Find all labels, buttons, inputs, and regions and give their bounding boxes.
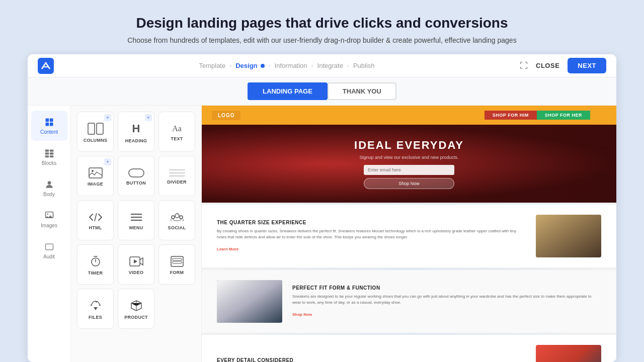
sidebar-icons: Content Blocks (28, 106, 71, 362)
lp-hero-section: IDEAL EVERYDAY Signup and view our exclu… (202, 125, 616, 203)
expand-icon[interactable]: ⛶ (520, 61, 528, 70)
lp-hero-title: IDEAL EVERYDAY (354, 139, 464, 152)
lp-section-1-body: By creating shoes in quarter sizes, Snea… (217, 228, 526, 240)
step-arrow-1: › (229, 62, 231, 69)
form-label: FORM (170, 270, 184, 275)
app-logo (38, 58, 54, 74)
step-design[interactable]: Design (235, 62, 264, 69)
product-label: PRODUCT (124, 315, 148, 320)
lp-section-2-image (217, 280, 282, 323)
step-arrow-4: › (347, 62, 349, 69)
lp-section-1: THE QUARTER SIZE EXPERIENCE By creating … (202, 205, 616, 268)
lp-nav-link-him: SHOP FOR HIM (485, 111, 537, 120)
block-divider[interactable]: DIVIDER (158, 156, 195, 196)
block-form[interactable]: FORM (158, 244, 195, 285)
svg-rect-30 (173, 261, 182, 263)
block-heading[interactable]: + H HEADING (118, 112, 154, 152)
lp-section-2-text: PERFECT FIT FORM & FUNCTION Sneakers are… (292, 285, 601, 318)
shoe-image-svg (536, 215, 601, 257)
step-integrate[interactable]: Integrate (317, 62, 343, 69)
block-product[interactable]: PRODUCT (118, 289, 154, 329)
lp-section-3-title: EVERY DETAIL CONSIDERED (217, 357, 526, 362)
lp-section-2-body: Sneakers are designed to be your regular… (292, 294, 601, 306)
svg-rect-10 (49, 155, 53, 157)
svg-rect-32 (217, 280, 282, 323)
lp-email-input[interactable] (364, 165, 454, 175)
lp-section-2-link[interactable]: Shop Now (292, 312, 312, 317)
sidebar-item-images[interactable]: Images (31, 204, 67, 234)
form-block-icon (171, 256, 184, 267)
columns-add-icon: + (104, 114, 111, 121)
blocks-panel: + COLUMNS + H HEADING Aa TEXT (71, 106, 202, 362)
sidebar-audit-label: Audit (43, 254, 55, 259)
social-label: SOCIAL (168, 225, 186, 230)
lp-section-2-title: PERFECT FIT FORM & FUNCTION (292, 285, 601, 291)
heading-add-icon: + (145, 114, 152, 121)
block-files[interactable]: FILES (77, 289, 114, 329)
block-columns[interactable]: + COLUMNS (77, 112, 114, 152)
divider-label: DIVIDER (167, 179, 187, 185)
editor-nav: Template › Design › Information › Integr… (28, 54, 616, 77)
lp-logo: LOGO (212, 111, 240, 120)
step-template[interactable]: Template (199, 62, 225, 69)
lp-section-3-text: EVERY DETAIL CONSIDERED Sneakers make bi… (217, 357, 526, 362)
lp-nav-links: SHOP FOR HIM SHOP FOR HER (485, 111, 606, 120)
columns-block-icon (88, 123, 104, 135)
step-publish[interactable]: Publish (353, 62, 375, 69)
heading-block-preview: H (132, 122, 140, 135)
sidebar-item-audit[interactable]: Audit (31, 235, 67, 265)
close-button[interactable]: CLOSE (536, 62, 559, 69)
sidebar-item-blocks[interactable]: Blocks (31, 142, 67, 172)
divider-block-preview (169, 169, 185, 176)
lp-shop-now-btn[interactable]: Shop Now (364, 178, 454, 189)
svg-point-18 (92, 170, 94, 172)
lp-section-1-image (536, 215, 601, 257)
svg-rect-2 (49, 118, 53, 122)
social-block-icon (170, 212, 184, 222)
sidebar-item-body[interactable]: Body (31, 173, 67, 203)
step-template-label: Template (199, 62, 225, 69)
image-block-icon (89, 167, 103, 178)
svg-rect-7 (45, 152, 49, 154)
image-add-icon: + (104, 158, 111, 165)
svg-rect-9 (45, 155, 49, 157)
lp-navigation: LOGO SHOP FOR HIM SHOP FOR HER (202, 106, 616, 125)
product-block-icon (130, 300, 142, 312)
svg-rect-1 (45, 118, 49, 122)
tab-landing-page[interactable]: LANDING PAGE (248, 82, 328, 100)
html-block-icon (89, 212, 103, 222)
content-icon (44, 117, 54, 127)
svg-rect-29 (173, 258, 182, 260)
lp-section-1-title: THE QUARTER SIZE EXPERIENCE (217, 220, 526, 225)
block-social[interactable]: SOCIAL (158, 200, 195, 240)
files-label: FILES (89, 315, 102, 320)
svg-rect-31 (536, 215, 601, 257)
step-publish-label: Publish (353, 62, 375, 69)
tab-thank-you[interactable]: THANK YOU (328, 82, 396, 100)
sidebar-item-content[interactable]: Content (31, 111, 67, 141)
block-image[interactable]: + IMAGE (77, 156, 114, 196)
svg-rect-6 (49, 149, 53, 151)
canvas-area[interactable]: LOGO SHOP FOR HIM SHOP FOR HER IDEAL EVE… (202, 106, 616, 362)
files-block-icon (90, 300, 102, 312)
block-button[interactable]: BUTTON (118, 156, 154, 196)
dancer-image-svg (217, 280, 282, 323)
blocks-icon (44, 148, 54, 158)
timer-label: TIMER (88, 270, 103, 276)
block-timer[interactable]: TIMER (77, 244, 114, 285)
columns-label: COLUMNS (84, 138, 108, 143)
svg-rect-3 (45, 122, 49, 126)
step-information[interactable]: Information (275, 62, 307, 69)
next-button[interactable]: NEXT (568, 58, 606, 73)
block-text[interactable]: Aa TEXT (158, 112, 195, 152)
block-menu[interactable]: MENU (118, 200, 154, 240)
step-integrate-label: Integrate (317, 62, 343, 69)
lp-section-3: EVERY DETAIL CONSIDERED Sneakers make bi… (202, 335, 616, 362)
block-html[interactable]: HTML (77, 200, 114, 240)
sidebar-body-label: Body (43, 192, 55, 197)
menu-label: MENU (129, 225, 143, 230)
block-video[interactable]: VIDEO (118, 244, 154, 285)
video-label: VIDEO (129, 270, 144, 275)
lp-section-1-link[interactable]: Learn More (217, 247, 238, 251)
svg-point-25 (180, 216, 183, 219)
